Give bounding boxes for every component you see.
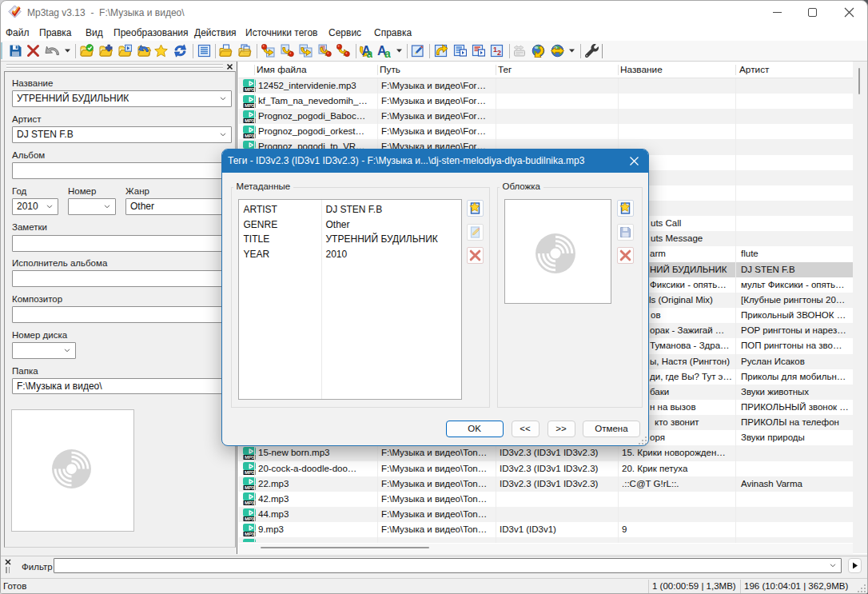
svg-text:a: a (384, 47, 391, 58)
svg-text:2: 2 (497, 49, 501, 57)
svg-text:a: a (367, 47, 373, 58)
